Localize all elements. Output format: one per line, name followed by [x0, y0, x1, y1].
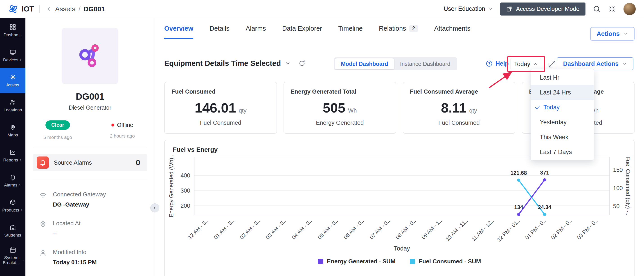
chevron-up-icon — [533, 62, 538, 67]
svg-text:12 PM - 01..: 12 PM - 01.. — [496, 218, 521, 243]
kpi-value: 505 — [323, 100, 346, 115]
tab-data-explorer[interactable]: Data Explorer — [282, 25, 322, 39]
menu-item-today[interactable]: Today — [531, 100, 594, 115]
svg-text:06 AM - 0..: 06 AM - 0.. — [342, 218, 365, 240]
legend-fuel-consumed[interactable]: Fuel Consumed - SUM — [410, 258, 481, 265]
svg-text:04 AM - 0..: 04 AM - 0.. — [290, 218, 313, 240]
sidebar-item-reports[interactable]: Reports — [0, 143, 26, 168]
kpi-label: Fuel Consumed — [172, 119, 270, 126]
panel-collapse-button[interactable] — [150, 203, 159, 212]
dashboard-actions-button[interactable]: Dashboard Actions — [557, 57, 634, 70]
check-icon — [534, 104, 541, 110]
molecule-graphic — [73, 39, 107, 73]
svg-text:11 AM - 12..: 11 AM - 12.. — [470, 218, 495, 242]
divider — [33, 148, 148, 148]
sidebar-item-devices[interactable]: Devices — [0, 43, 26, 68]
menu-item-last-7-days[interactable]: Last 7 Days — [531, 145, 594, 160]
field-label: Located At — [53, 220, 80, 227]
source-alarms-row[interactable]: Source Alarms 0 — [33, 154, 148, 171]
svg-text:05 AM - 0..: 05 AM - 0.. — [316, 218, 339, 240]
dashboard-icon — [10, 24, 16, 31]
products-box-icon — [10, 199, 16, 206]
locations-icon — [10, 99, 16, 105]
tab-attachments[interactable]: Attachments — [434, 25, 470, 39]
kpi-unit: qty — [469, 107, 477, 114]
asset-name: DG001 — [26, 92, 154, 102]
sidebar-item-assets[interactable]: Assets — [0, 68, 26, 93]
sidebar-item-alarms[interactable]: Alarms — [0, 168, 26, 193]
refresh-icon[interactable] — [298, 60, 306, 67]
top-bar: IOT Assets / DG001 User Education Access… — [0, 0, 644, 18]
svg-text:200: 200 — [180, 202, 190, 209]
menu-item-this-week[interactable]: This Week — [531, 130, 594, 145]
chevron-down-icon[interactable] — [285, 60, 291, 66]
org-selector[interactable]: User Education — [444, 6, 493, 13]
source-alarms-count: 0 — [136, 158, 140, 167]
sidebar-item-products[interactable]: Products — [0, 193, 26, 218]
svg-text:50: 50 — [613, 203, 620, 209]
sidebar-item-students[interactable]: Students — [0, 218, 26, 243]
sidebar-item-dashboard[interactable]: Dashbo... — [0, 18, 26, 43]
kpi-card-fuel-consumed: Fuel Consumed 146.01qty Fuel Consumed — [164, 82, 277, 134]
kpi-unit: qty — [239, 107, 246, 114]
time-range-selector[interactable]: Today — [510, 58, 542, 70]
svg-text:?: ? — [488, 61, 490, 66]
svg-text:Fuel Consumed (qty) -..: Fuel Consumed (qty) -.. — [625, 157, 631, 215]
actions-button[interactable]: Actions — [590, 27, 634, 41]
search-icon[interactable] — [593, 5, 601, 13]
chevron-right-icon — [20, 209, 23, 212]
svg-text:300: 300 — [180, 187, 190, 194]
tab-alarms[interactable]: Alarms — [246, 25, 266, 39]
tab-overview[interactable]: Overview — [164, 25, 193, 39]
asset-image — [62, 28, 118, 84]
map-pin-icon — [10, 124, 16, 130]
tab-timeline[interactable]: Timeline — [338, 25, 363, 39]
legend-swatch — [410, 259, 415, 264]
svg-text:100: 100 — [613, 185, 623, 191]
connectivity-status: Offline — [112, 122, 133, 128]
connectivity-time: 2 hours ago — [110, 133, 135, 139]
segment-instance-dashboard[interactable]: Instance Dashboard — [394, 58, 456, 69]
developer-mode-button[interactable]: Access Developer Mode — [500, 3, 586, 16]
chevron-down-icon — [622, 61, 627, 66]
settings-gear-icon[interactable] — [608, 5, 616, 13]
calendar-icon — [10, 246, 16, 253]
sidebar-item-maps[interactable]: Maps — [0, 118, 26, 143]
chevron-right-icon — [22, 259, 24, 262]
breadcrumb-section[interactable]: Assets — [55, 5, 76, 13]
menu-item-last-hr[interactable]: Last Hr — [531, 70, 594, 85]
chevron-right-icon — [19, 58, 22, 62]
assets-icon — [10, 74, 16, 80]
segment-model-dashboard[interactable]: Model Dashboard — [335, 58, 394, 69]
back-chevron-icon[interactable] — [45, 6, 52, 13]
legend-energy-generated[interactable]: Energy Generated - SUM — [318, 258, 396, 265]
help-button[interactable]: ? Help — [486, 60, 509, 67]
kpi-unit: Wh — [348, 107, 357, 114]
status-badge: Clear — [46, 120, 70, 130]
svg-text:24.34: 24.34 — [538, 204, 551, 210]
tab-relations[interactable]: Relations2 — [379, 25, 418, 39]
menu-item-last-24-hrs[interactable]: Last 24 Hrs — [531, 85, 594, 100]
svg-text:03 PM - 0..: 03 PM - 0.. — [576, 218, 599, 241]
brand-name: IOT — [22, 5, 34, 13]
svg-text:09 AM - 1..: 09 AM - 1.. — [420, 218, 443, 240]
kpi-value: 146.01 — [195, 100, 236, 115]
field-value: Today 01:15 PM — [53, 259, 97, 266]
asset-type: Diesel Generator — [26, 104, 154, 111]
svg-text:150: 150 — [613, 167, 623, 173]
chart-title: Fuel vs Energy — [173, 146, 218, 153]
expand-icon[interactable] — [548, 60, 556, 69]
svg-text:Energy Generated (Wh)..: Energy Generated (Wh).. — [168, 155, 174, 217]
chevron-down-icon — [623, 31, 628, 36]
field-label: Modified Info — [53, 249, 97, 256]
svg-text:02 PM - 0..: 02 PM - 0.. — [550, 218, 573, 241]
user-avatar[interactable] — [623, 3, 636, 15]
menu-item-yesterday[interactable]: Yesterday — [531, 115, 594, 130]
tab-details[interactable]: Details — [210, 25, 230, 39]
breadcrumb-current: DG001 — [84, 5, 105, 13]
chart-legend: Energy Generated - SUM Fuel Consumed - S… — [165, 258, 634, 265]
field-value: DG -Gateway — [53, 201, 106, 208]
person-icon — [39, 249, 47, 257]
sidebar-item-locations[interactable]: Locations — [0, 93, 26, 118]
sidebar-item-system-breakdown[interactable]: System Breakd... — [0, 243, 26, 268]
